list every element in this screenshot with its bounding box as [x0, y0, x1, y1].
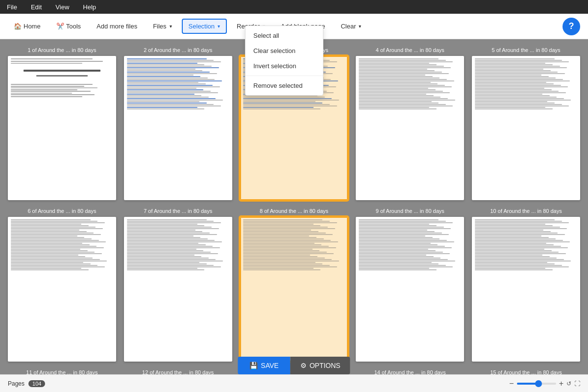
save-button[interactable]: 💾 SAVE — [238, 357, 290, 374]
page-card-1[interactable]: 1 of Around the ... in 80 days — [8, 47, 116, 200]
files-chevron-icon: ▾ — [170, 24, 172, 29]
page-card-7[interactable]: 7 of Around the ... in 80 days — [124, 208, 232, 361]
pages-label: Pages — [8, 380, 24, 387]
page-card-5[interactable]: 5 of Around the ... in 80 days — [472, 47, 580, 200]
zoom-controls: − + ↺ ⛶ — [509, 379, 580, 388]
statusbar: Pages 104 − + ↺ ⛶ — [0, 374, 588, 392]
page-label-14: 14 of Around the ... in 80 days — [374, 369, 446, 374]
page-thumbnail-1[interactable] — [8, 56, 116, 200]
page-label-5: 5 of Around the ... in 80 days — [492, 47, 561, 53]
clear-selection-item[interactable]: Clear selection — [245, 43, 323, 58]
page-thumbnail-8[interactable] — [240, 217, 348, 361]
invert-selection-item[interactable]: Invert selection — [245, 58, 323, 74]
help-button[interactable]: ? — [563, 18, 580, 35]
select-all-item[interactable]: Select all — [245, 28, 323, 43]
page-thumbnail-10[interactable] — [472, 217, 580, 361]
clear-button[interactable]: Clear ▾ — [335, 20, 367, 33]
page-label-2: 2 of Around the ... in 80 days — [144, 47, 212, 53]
menu-file[interactable]: File — [4, 2, 20, 12]
home-button[interactable]: 🏠 Home — [8, 20, 47, 33]
page-card-8[interactable]: 8 of Around the ... in 80 days — [240, 208, 348, 361]
page-card-2[interactable]: 2 of Around the ... in 80 days — [124, 47, 232, 200]
page-label-10: 10 of Around the ... in 80 days — [490, 208, 562, 214]
page-label-9: 9 of Around the ... in 80 days — [376, 208, 444, 214]
tools-icon: ✂️ — [56, 23, 64, 30]
menu-view[interactable]: View — [52, 2, 72, 12]
page-label-15: 15 of Around the ... in 80 days — [490, 369, 562, 374]
page-card-14[interactable]: 14 of Around the ... in 80 days — [356, 369, 464, 374]
dropdown-divider — [245, 76, 323, 76]
page-card-4[interactable]: 4 of Around the ... in 80 days — [356, 47, 464, 200]
menu-edit[interactable]: Edit — [28, 2, 45, 12]
page-thumbnail-2[interactable] — [124, 56, 232, 200]
clear-chevron-icon: ▾ — [359, 24, 361, 29]
page-card-11[interactable]: 11 of Around the ... in 80 days — [8, 369, 116, 374]
options-icon: ⚙ — [300, 362, 307, 369]
page-label-8: 8 of Around the ... in 80 days — [260, 208, 328, 214]
page-thumbnail-9[interactable] — [356, 217, 464, 361]
page-label-12: 12 of Around the ... in 80 days — [142, 369, 214, 374]
zoom-fit-button[interactable]: ⛶ — [574, 380, 580, 387]
save-icon: 💾 — [249, 362, 258, 369]
action-bar: 💾 SAVE ⚙ OPTIONS — [238, 357, 350, 374]
options-button[interactable]: ⚙ OPTIONS — [291, 357, 350, 374]
selection-chevron-icon: ▾ — [218, 24, 220, 29]
page-card-15[interactable]: 15 of Around the ... in 80 days — [472, 369, 580, 374]
menu-help[interactable]: Help — [80, 2, 99, 12]
selection-dropdown: Select all Clear selection Invert select… — [245, 26, 323, 96]
zoom-out-button[interactable]: − — [509, 379, 514, 388]
page-label-7: 7 of Around the ... in 80 days — [144, 208, 212, 214]
selection-button[interactable]: Selection ▾ — [182, 19, 227, 34]
zoom-slider[interactable] — [517, 383, 556, 385]
selected-overlay-8 — [240, 217, 348, 361]
page-label-1: 1 of Around the ... in 80 days — [27, 47, 96, 53]
page-label-6: 6 of Around the ... in 80 days — [27, 208, 96, 214]
home-icon: 🏠 — [14, 23, 22, 30]
page-thumbnail-6[interactable] — [8, 217, 116, 361]
remove-selected-item[interactable]: Remove selected — [245, 78, 323, 93]
page-card-9[interactable]: 9 of Around the ... in 80 days — [356, 208, 464, 361]
add-files-button[interactable]: Add more files — [91, 20, 143, 33]
page-thumbnail-5[interactable] — [472, 56, 580, 200]
pages-count-badge: 104 — [28, 380, 45, 387]
zoom-reset-button[interactable]: ↺ — [566, 380, 571, 387]
page-card-6[interactable]: 6 of Around the ... in 80 days — [8, 208, 116, 361]
page-thumbnail-7[interactable] — [124, 217, 232, 361]
page-label-11: 11 of Around the ... in 80 days — [26, 369, 98, 374]
page-label-4: 4 of Around the ... in 80 days — [376, 47, 444, 53]
files-button[interactable]: Files ▾ — [147, 20, 177, 33]
tools-button[interactable]: ✂️ Tools — [50, 20, 87, 33]
page-thumbnail-4[interactable] — [356, 56, 464, 200]
menubar: File Edit View Help — [0, 0, 588, 14]
zoom-in-button[interactable]: + — [559, 379, 564, 388]
page-card-10[interactable]: 10 of Around the ... in 80 days — [472, 208, 580, 361]
page-card-12[interactable]: 12 of Around the ... in 80 days — [124, 369, 232, 374]
